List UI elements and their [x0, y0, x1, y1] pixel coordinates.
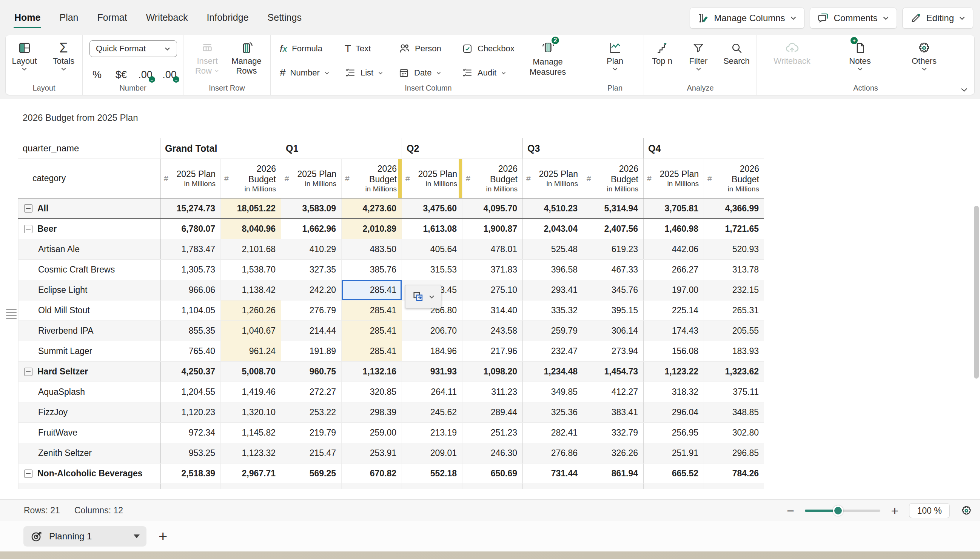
- value-cell[interactable]: 251.91: [643, 443, 704, 463]
- writeback-button[interactable]: Writeback: [767, 39, 816, 71]
- value-cell[interactable]: 1,783.47: [160, 239, 220, 259]
- measure-header[interactable]: #2025 Planin Millions: [281, 159, 341, 198]
- value-cell[interactable]: 18,051.22: [220, 198, 281, 218]
- value-cell[interactable]: 619.23: [583, 239, 643, 259]
- value-cell[interactable]: 670.82: [341, 463, 402, 483]
- value-cell[interactable]: 784.26: [704, 463, 764, 483]
- column-group-header[interactable]: Q3: [522, 138, 643, 159]
- number-column-button[interactable]: # Number: [280, 67, 345, 79]
- menu-home[interactable]: Home: [13, 10, 41, 25]
- value-cell[interactable]: 2,407.56: [583, 219, 643, 239]
- value-cell[interactable]: 478.01: [462, 239, 522, 259]
- value-cell[interactable]: 273.94: [583, 341, 643, 361]
- value-cell[interactable]: 285.41: [341, 321, 402, 341]
- value-cell[interactable]: 259.79: [522, 321, 583, 341]
- value-cell[interactable]: 861.94: [583, 463, 643, 483]
- value-cell[interactable]: 285.41: [341, 301, 402, 321]
- measure-header[interactable]: #2025 Planin Millions: [643, 159, 704, 198]
- value-cell[interactable]: 1,419.46: [220, 382, 281, 402]
- insert-row-button[interactable]: Insert Row: [189, 39, 225, 76]
- search-button[interactable]: Search: [718, 39, 755, 71]
- grid-settings-gear-icon[interactable]: [960, 504, 972, 517]
- value-cell[interactable]: 259.00: [341, 423, 402, 443]
- measure-header[interactable]: #2025 Planin Millions: [402, 159, 462, 198]
- value-cell[interactable]: 1,460.98: [643, 219, 704, 239]
- row-label-cell[interactable]: FruitWave: [18, 423, 160, 443]
- value-cell[interactable]: 1,123.32: [220, 443, 281, 463]
- formula-column-button[interactable]: fx Formula: [280, 43, 345, 55]
- value-cell[interactable]: 442.06: [643, 239, 704, 259]
- value-cell[interactable]: 242.20: [281, 280, 341, 300]
- value-cell[interactable]: 8,040.96: [220, 219, 281, 239]
- column-group-header[interactable]: Q4: [643, 138, 764, 159]
- value-cell[interactable]: 306.14: [583, 321, 643, 341]
- zoom-in-button[interactable]: +: [891, 504, 899, 517]
- row-label-cell[interactable]: Old Mill Stout: [18, 301, 160, 321]
- decrease-decimal-button[interactable]: .00 ←: [135, 66, 156, 83]
- value-cell[interactable]: 396.58: [522, 260, 583, 280]
- value-cell[interactable]: 1,138.42: [220, 280, 281, 300]
- value-cell[interactable]: 1,305.73: [160, 260, 220, 280]
- top-n-button[interactable]: Top n: [646, 39, 679, 71]
- value-cell[interactable]: 1,320.10: [220, 402, 281, 422]
- column-group-header[interactable]: Q1: [281, 138, 402, 159]
- value-cell[interactable]: 214.44: [281, 321, 341, 341]
- row-label-cell[interactable]: Cosmic Craft Brews: [18, 260, 160, 280]
- expand-collapse-toggle[interactable]: [24, 225, 33, 233]
- value-cell[interactable]: 1,662.96: [281, 219, 341, 239]
- value-cell[interactable]: 3,705.81: [643, 198, 704, 218]
- date-column-button[interactable]: Date: [398, 67, 462, 78]
- row-label-cell[interactable]: Hard Seltzer: [18, 362, 160, 382]
- value-cell[interactable]: 276.86: [522, 443, 583, 463]
- value-cell[interactable]: 520.93: [704, 239, 764, 259]
- value-cell[interactable]: 205.55: [704, 321, 764, 341]
- manage-rows-button[interactable]: Manage Rows: [228, 39, 264, 76]
- measure-header[interactable]: #2026 Budgetin Millions: [220, 159, 281, 198]
- vertical-scrollbar[interactable]: [974, 206, 979, 379]
- measure-header[interactable]: #2025 Planin Millions: [522, 159, 583, 198]
- value-cell[interactable]: 253.22: [281, 402, 341, 422]
- value-cell[interactable]: 953.25: [160, 443, 220, 463]
- value-cell[interactable]: 375.11: [704, 382, 764, 402]
- paste-options-button[interactable]: [405, 285, 441, 308]
- menu-format[interactable]: Format: [97, 10, 128, 25]
- value-cell[interactable]: 253.91: [341, 443, 402, 463]
- value-cell[interactable]: 219.79: [281, 423, 341, 443]
- value-cell[interactable]: 552.18: [402, 463, 462, 483]
- value-cell[interactable]: 206.70: [402, 321, 462, 341]
- measure-header[interactable]: #2026 Budgetin Millions: [341, 159, 402, 198]
- value-cell[interactable]: 731.44: [522, 463, 583, 483]
- tab-dropdown-arrow[interactable]: [134, 534, 140, 538]
- plan-button[interactable]: Plan: [597, 39, 633, 71]
- row-label-cell[interactable]: Beer: [18, 219, 160, 239]
- row-label-cell[interactable]: Eclipse Light: [18, 280, 160, 300]
- value-cell[interactable]: 327.35: [281, 260, 341, 280]
- value-cell[interactable]: 1,098.20: [462, 362, 522, 382]
- manage-columns-button[interactable]: Manage Columns: [690, 8, 804, 29]
- value-cell[interactable]: 191.89: [281, 341, 341, 361]
- value-cell[interactable]: 296.04: [643, 402, 704, 422]
- add-sheet-button[interactable]: +: [159, 529, 167, 544]
- text-column-button[interactable]: T Text: [345, 43, 398, 55]
- measure-header[interactable]: #2025 Planin Millions: [160, 159, 220, 198]
- value-cell[interactable]: 276.79: [281, 301, 341, 321]
- value-cell[interactable]: 1,132.16: [341, 362, 402, 382]
- row-drag-handle-icon[interactable]: [6, 309, 17, 319]
- value-cell[interactable]: 650.69: [462, 463, 522, 483]
- value-cell[interactable]: 232.15: [704, 280, 764, 300]
- value-cell[interactable]: 395.15: [583, 301, 643, 321]
- value-cell[interactable]: 325.36: [522, 402, 583, 422]
- value-cell[interactable]: 197.00: [643, 280, 704, 300]
- value-cell[interactable]: 243.58: [462, 321, 522, 341]
- value-cell[interactable]: 4,250.37: [160, 362, 220, 382]
- zoom-slider[interactable]: [805, 509, 880, 512]
- value-cell[interactable]: 213.19: [402, 423, 462, 443]
- value-cell[interactable]: 289.44: [462, 402, 522, 422]
- value-cell[interactable]: 4,095.70: [462, 198, 522, 218]
- ribbon-collapse-chevron[interactable]: [960, 87, 968, 93]
- value-cell[interactable]: 348.85: [704, 402, 764, 422]
- quick-format-select[interactable]: Quick Format: [89, 40, 177, 57]
- value-cell[interactable]: 405.64: [402, 239, 462, 259]
- person-column-button[interactable]: Person: [398, 43, 462, 55]
- row-label-cell[interactable]: AquaSplash: [18, 382, 160, 402]
